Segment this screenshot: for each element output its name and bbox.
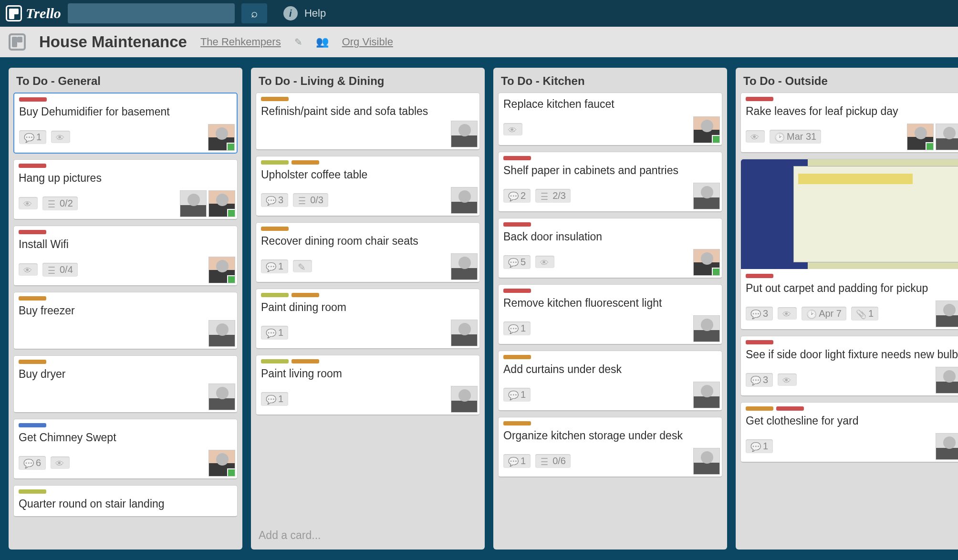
comment-badge: 6 bbox=[19, 456, 46, 470]
avatar[interactable] bbox=[451, 253, 478, 280]
avatar[interactable] bbox=[208, 450, 235, 477]
card[interactable]: Hang up pictures0/2 bbox=[13, 159, 238, 220]
label-orange bbox=[746, 406, 773, 411]
avatar[interactable] bbox=[451, 121, 478, 147]
avatar[interactable] bbox=[693, 315, 720, 342]
comment-badge-text: 1 bbox=[521, 456, 526, 467]
comment-badge-icon bbox=[508, 257, 518, 267]
avatar[interactable] bbox=[180, 190, 207, 217]
help-link[interactable]: Help bbox=[304, 7, 326, 20]
label-orange bbox=[292, 160, 319, 165]
card[interactable]: Shelf paper in cabinets and pantries22/3 bbox=[498, 152, 722, 212]
card[interactable]: Buy Dehumidifier for basement1 bbox=[13, 93, 238, 154]
app-header: Trello ⌕ i Help bbox=[0, 0, 958, 27]
pencil-icon[interactable]: ✎ bbox=[294, 36, 302, 48]
add-card-link[interactable]: Add a card... bbox=[251, 524, 485, 550]
card-badges: 3Apr 71 bbox=[746, 301, 958, 326]
card[interactable]: Add curtains under desk1 bbox=[498, 351, 722, 411]
label-red bbox=[503, 289, 531, 293]
search-input[interactable] bbox=[68, 3, 235, 23]
avatar[interactable] bbox=[208, 190, 235, 217]
card-members bbox=[208, 450, 235, 477]
trello-logo[interactable]: Trello bbox=[6, 5, 61, 21]
card-labels bbox=[19, 97, 232, 102]
avatar[interactable] bbox=[936, 367, 958, 394]
card[interactable]: Get clothesline for yard1 bbox=[740, 402, 958, 463]
card-members bbox=[451, 187, 478, 214]
avatar[interactable] bbox=[693, 249, 720, 276]
checklist-badge: 0/3 bbox=[293, 193, 328, 207]
card-labels bbox=[503, 156, 717, 160]
board-icon[interactable] bbox=[9, 33, 26, 51]
avatar[interactable] bbox=[451, 386, 478, 413]
label-orange bbox=[19, 360, 46, 364]
list-cards: Buy Dehumidifier for basement1Hang up pi… bbox=[9, 93, 242, 550]
avatar[interactable] bbox=[208, 384, 235, 410]
avatar[interactable] bbox=[693, 116, 720, 143]
avatar[interactable] bbox=[693, 448, 720, 475]
edit-badge bbox=[293, 260, 312, 272]
card[interactable]: Rake leaves for leaf pickup dayMar 31 bbox=[740, 93, 958, 153]
list-title[interactable]: To Do - General bbox=[9, 68, 242, 93]
due-badge-icon bbox=[806, 309, 816, 318]
card[interactable]: Buy dryer bbox=[13, 355, 238, 413]
card[interactable]: Remove kitchen fluorescent light1 bbox=[498, 284, 722, 345]
avatar[interactable] bbox=[936, 124, 958, 150]
comment-badge-text: 3 bbox=[763, 374, 768, 385]
label-red bbox=[19, 97, 47, 102]
card-badges: 10/6 bbox=[503, 448, 717, 474]
avatar[interactable] bbox=[208, 124, 235, 151]
avatar[interactable] bbox=[907, 124, 934, 150]
card[interactable]: Buy freezer bbox=[13, 292, 238, 350]
avatar[interactable] bbox=[208, 257, 235, 283]
card[interactable]: Install Wifi0/4 bbox=[13, 226, 238, 286]
board-org-link[interactable]: The Rehkempers bbox=[200, 36, 281, 48]
comment-badge-text: 1 bbox=[763, 441, 768, 452]
watch-badge-icon bbox=[55, 458, 65, 467]
card[interactable]: Quarter round on stair landing bbox=[13, 485, 238, 517]
card-labels bbox=[503, 355, 717, 359]
label-orange bbox=[19, 296, 46, 301]
card-labels bbox=[503, 289, 717, 293]
avatar[interactable] bbox=[936, 433, 958, 460]
card-title: Remove kitchen fluorescent light bbox=[503, 296, 717, 312]
watch-badge bbox=[746, 130, 765, 143]
list-title[interactable]: To Do - Outside bbox=[736, 68, 958, 93]
card[interactable]: Organize kitchen storage under desk10/6 bbox=[498, 417, 722, 477]
card[interactable]: Paint dining room1 bbox=[256, 289, 480, 349]
label-red bbox=[503, 156, 531, 160]
board-title[interactable]: House Maintenance bbox=[39, 33, 187, 51]
card-members bbox=[451, 121, 478, 147]
info-button[interactable]: i bbox=[283, 6, 298, 21]
list: To Do - Living & DiningRefinish/paint si… bbox=[251, 68, 485, 550]
comment-badge: 1 bbox=[503, 321, 531, 335]
card-title: Paint living room bbox=[261, 366, 475, 383]
avatar[interactable] bbox=[693, 183, 720, 209]
card[interactable]: Get Chimney Swept6 bbox=[13, 419, 238, 479]
card[interactable]: Replace kitchen faucet bbox=[498, 93, 722, 146]
avatar[interactable] bbox=[936, 301, 958, 327]
card[interactable]: Put out carpet and padding for pickup3Ap… bbox=[740, 159, 958, 330]
card-labels bbox=[19, 423, 232, 427]
list: To Do - GeneralBuy Dehumidifier for base… bbox=[9, 68, 242, 550]
card[interactable]: Paint living room1 bbox=[256, 355, 480, 415]
comment-badge: 2 bbox=[503, 189, 531, 203]
visibility-link[interactable]: Org Visible bbox=[342, 36, 393, 48]
comment-badge-text: 1 bbox=[278, 394, 283, 404]
list-title[interactable]: To Do - Living & Dining bbox=[251, 68, 485, 93]
card[interactable]: Upholster coffee table30/3 bbox=[256, 156, 480, 217]
comment-badge: 3 bbox=[746, 373, 773, 387]
card[interactable]: Back door insulation5 bbox=[498, 218, 722, 279]
avatar[interactable] bbox=[451, 187, 478, 214]
card[interactable]: Recover dining room chair seats1 bbox=[256, 222, 480, 283]
avatar[interactable] bbox=[451, 320, 478, 346]
avatar[interactable] bbox=[693, 382, 720, 408]
watch-badge-icon bbox=[782, 375, 792, 384]
watch-badge bbox=[51, 131, 70, 143]
card[interactable]: See if side door light fixture needs new… bbox=[740, 336, 958, 396]
avatar[interactable] bbox=[208, 320, 235, 347]
search-button[interactable]: ⌕ bbox=[241, 3, 267, 23]
list-title[interactable]: To Do - Kitchen bbox=[493, 68, 727, 93]
card[interactable]: Refinish/paint side and sofa tables bbox=[256, 93, 480, 150]
card-title: Refinish/paint side and sofa tables bbox=[261, 104, 475, 121]
